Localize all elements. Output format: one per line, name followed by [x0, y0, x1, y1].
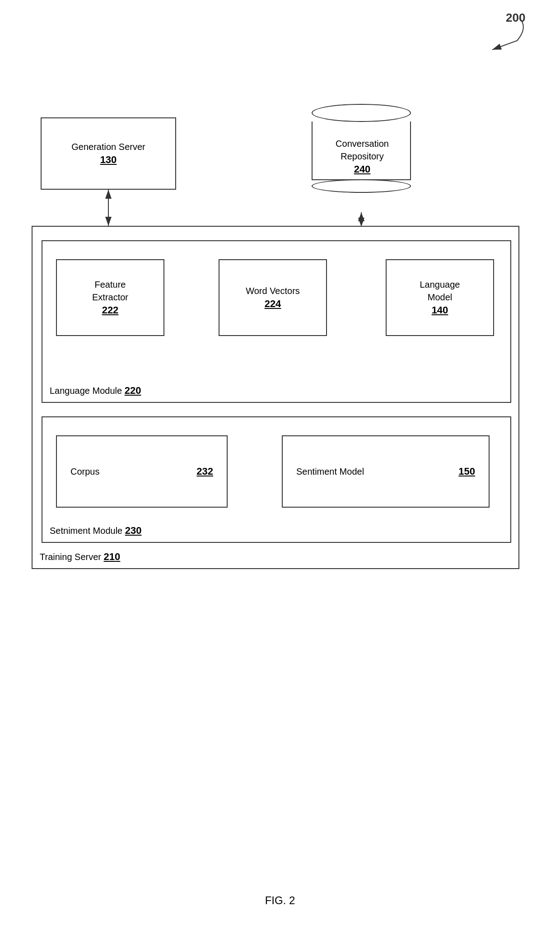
- feature-extractor-label: FeatureExtractor 222: [92, 278, 128, 317]
- sentiment-model-number: 150: [458, 466, 475, 477]
- word-vectors-number: 224: [265, 298, 281, 309]
- feature-extractor-box: FeatureExtractor 222: [56, 259, 164, 336]
- language-model-box: LanguageModel 140: [386, 259, 494, 336]
- generation-server-box: Generation Server 130: [41, 117, 176, 190]
- sentiment-module-label: Setniment Module 230: [50, 525, 141, 537]
- cylinder: ConversationRepository 240: [312, 104, 411, 194]
- language-module-label: Language Module 220: [50, 385, 141, 397]
- generation-server-label: Generation Server 130: [71, 140, 145, 167]
- generation-server-number: 130: [100, 154, 117, 165]
- cylinder-bottom-ellipse: [312, 179, 411, 193]
- language-module-box: FeatureExtractor 222 Word Vectors 224 La…: [42, 240, 511, 403]
- training-server-box: FeatureExtractor 222 Word Vectors 224 La…: [32, 226, 519, 569]
- conversation-repository-text: ConversationRepository 240: [313, 137, 412, 177]
- corpus-label: Corpus: [70, 465, 99, 478]
- corpus-number: 232: [196, 466, 213, 477]
- corpus-box: Corpus 232: [56, 435, 228, 508]
- language-model-number: 140: [432, 304, 448, 316]
- conversation-repository-number: 240: [354, 163, 371, 175]
- training-server-label: Training Server 210: [40, 551, 120, 563]
- cylinder-body: ConversationRepository 240: [312, 121, 411, 180]
- diagram-container: Generation Server 130 ConversationReposi…: [23, 36, 537, 668]
- language-model-label: LanguageModel 140: [420, 278, 460, 317]
- word-vectors-label: Word Vectors 224: [246, 285, 300, 311]
- language-module-number: 220: [125, 385, 141, 396]
- figure-caption: FIG. 2: [0, 894, 560, 907]
- sentiment-module-box: Corpus 232 Sentiment Model 150 Setniment…: [42, 416, 511, 543]
- word-vectors-box: Word Vectors 224: [219, 259, 327, 336]
- conversation-repository-container: ConversationRepository 240: [303, 104, 420, 194]
- feature-extractor-number: 222: [102, 304, 119, 316]
- sentiment-model-label: Sentiment Model: [296, 465, 364, 478]
- training-server-number: 210: [104, 551, 121, 562]
- sentiment-model-box: Sentiment Model 150: [282, 435, 490, 508]
- sentiment-module-number: 230: [125, 525, 142, 536]
- cylinder-top: [312, 104, 411, 122]
- svg-text:200: 200: [506, 14, 525, 24]
